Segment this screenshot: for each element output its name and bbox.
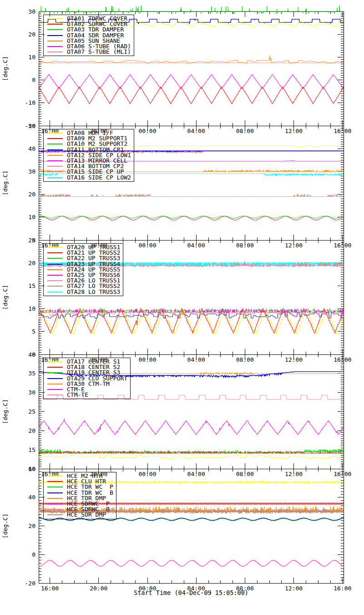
legend-swatch-yellow (47, 361, 63, 362)
legend-label: OTA07 S-TUBE (MLI) (67, 49, 131, 55)
axis-tick-label: -10 (25, 99, 35, 106)
axis-tick-label: 12:00 (285, 356, 303, 363)
axis-tick-label: 16:00 (334, 242, 351, 249)
legend-swatch-green (47, 487, 63, 487)
series-ota10-m2-support2 (39, 216, 344, 218)
axis-tick-label: 12:00 (285, 242, 303, 249)
legend-entry: OTA07 S-TUBE (MLI) (44, 49, 131, 55)
axis-tick-label: 04:00 (187, 128, 205, 134)
legend-swatch-yellow (47, 476, 63, 477)
axis-tick-label: 15 (28, 446, 35, 453)
series-ota20-up-truss1 (39, 310, 344, 334)
series-ota15-side-cp-up (39, 194, 344, 197)
axis-tick-label: 0 (32, 551, 35, 558)
y-axis-label: [deg.C] (2, 513, 9, 538)
legend-swatch-pink (47, 166, 63, 167)
axis-tick-label: 30 (28, 8, 35, 15)
legend-entry: OTA30 CTM-TM (44, 381, 127, 387)
legend-swatch-pink (47, 509, 63, 510)
axis-tick-label: 04:00 (187, 471, 205, 477)
axis-tick-label: 20 (28, 31, 35, 38)
telemetry-figure: -20-10010203016:0020:0000:0004:0008:0012… (0, 0, 364, 615)
legend-swatch-green (47, 144, 63, 144)
axis-tick-label: 16:00 (334, 128, 351, 134)
axis-tick-label: 12:00 (285, 128, 303, 134)
legend-swatch-cyan (47, 292, 63, 292)
legend-swatch-red (47, 367, 63, 368)
axis-tick-label: 08:00 (236, 242, 254, 249)
legend-label: CTM-TE (67, 392, 88, 398)
axis-tick-label: 00:00 (138, 471, 156, 477)
axis-tick-label: 40 (28, 351, 35, 358)
legend-swatch-magenta (47, 160, 63, 161)
legend-swatch-orange (47, 498, 63, 499)
legend-swatch-brown (47, 171, 63, 172)
axis-tick-label: 00:00 (138, 356, 156, 363)
legend-swatch-red (47, 481, 63, 482)
axis-tick-label: 10 (28, 214, 35, 220)
y-axis-label: [deg.C] (2, 285, 9, 310)
legend-panel-3: OTA20 UP TRUSS1OTA21 UP TRUSS2OTA22 UP T… (43, 243, 123, 296)
series-hce-sdrwc-b (39, 560, 344, 566)
legend-swatch-green (47, 29, 63, 30)
series-ota09-m2-support1 (39, 216, 344, 220)
axis-tick-label: 20 (28, 260, 35, 266)
legend-swatch-magenta (47, 46, 63, 47)
legend-swatch-green (47, 258, 63, 259)
legend-swatch-yellow (47, 133, 63, 133)
legend-panel-5: HCE M2 HTRHCE CLU HTRHCE TDR WC PHCE TDR… (43, 472, 116, 519)
axis-tick-label: 12:00 (285, 471, 303, 477)
y-axis-label: [deg.C] (2, 56, 9, 81)
series-ota02-sdrwc-cover (39, 87, 344, 104)
legend-entry: OTA28 LO TRUSS3 (44, 289, 120, 295)
legend-swatch-blue (47, 149, 63, 150)
axis-tick-label: 25 (28, 408, 35, 415)
legend-swatch-orange (47, 41, 63, 41)
legend-swatch-brown (47, 514, 63, 515)
legend-panel-1: OTA01 TDRWC COVEROTA02 SDRWC COVEROTA03 … (43, 15, 134, 56)
axis-tick-label: 5 (32, 328, 35, 335)
legend-label: OTA16 SIDE CP LOW2 (67, 175, 131, 180)
axis-tick-label: 16:00 (334, 356, 351, 363)
axis-tick-label: 08:00 (236, 471, 254, 477)
axis-tick-label: 35 (28, 370, 35, 377)
legend-swatch-magenta (47, 389, 63, 390)
axis-tick-label: 50 (28, 123, 35, 129)
series-ota05-sun-shane (39, 56, 344, 63)
legend-panel-2: OTA08 HDM I/FOTA09 M2 SUPPORT1OTA10 M2 S… (43, 129, 134, 182)
axis-tick-label: 30 (28, 168, 35, 175)
axis-tick-label: 04:00 (187, 242, 205, 249)
legend-swatch-pink (47, 395, 63, 395)
legend-swatch-orange (47, 384, 63, 384)
y-axis-label: [deg.C] (2, 399, 9, 424)
legend-swatch-yellow (47, 18, 63, 19)
legend-swatch-red (47, 252, 63, 253)
axis-tick-label: 40 (28, 145, 35, 152)
axis-tick-label: 0 (32, 77, 35, 83)
series-ctm-e (39, 419, 344, 434)
legend-swatch-blue (47, 264, 63, 265)
legend-panel-4: OTA17 CENTER S1OTA18 CENTER S2OTA19 CENT… (43, 358, 131, 399)
axis-tick-label: 20 (28, 523, 35, 529)
series-ota06-s-tube-rad- (39, 75, 344, 89)
axis-tick-label: -20 (25, 580, 35, 587)
x-axis-title: Start Time (04-Dec-09 15:05:00) (39, 589, 344, 596)
axis-tick-label: 20 (28, 191, 35, 198)
axis-tick-label: 25 (28, 237, 35, 244)
legend-label: HCE SDR DMP (67, 512, 106, 518)
axis-tick-label: 60 (28, 466, 35, 472)
legend-swatch-blue (47, 492, 63, 493)
axis-tick-label: 15 (28, 282, 35, 289)
legend-swatch-cyan (47, 177, 63, 178)
legend-swatch-magenta (47, 275, 63, 276)
axis-tick-label: 10 (28, 54, 35, 61)
axis-tick-label: 08:00 (236, 356, 254, 363)
legend-swatch-pink (47, 280, 63, 281)
axis-tick-label: 04:00 (187, 356, 205, 363)
series-hce-sdrwc-p (39, 560, 344, 566)
legend-entry: CTM-TE (44, 392, 127, 398)
legend-swatch-pink (47, 51, 63, 52)
legend-label: OTA28 LO TRUSS3 (67, 289, 120, 295)
series-ota17-center-s1 (39, 456, 344, 458)
legend-swatch-blue (47, 378, 63, 379)
